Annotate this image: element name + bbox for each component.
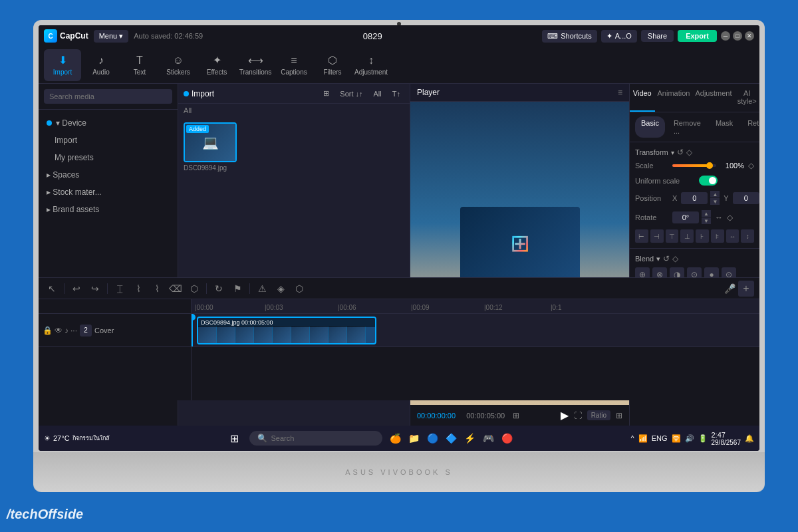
rotate-up[interactable]: ▲ bbox=[702, 210, 711, 217]
ai-button[interactable]: ✦ A...O bbox=[601, 30, 637, 43]
tab-animation[interactable]: Animation bbox=[655, 84, 693, 112]
track-menu[interactable]: ··· bbox=[70, 326, 77, 335]
nav-import[interactable]: Import bbox=[41, 132, 175, 148]
subtab-basic[interactable]: Basic bbox=[635, 116, 665, 138]
track-audio[interactable]: ♪ bbox=[65, 326, 68, 335]
rotate-input[interactable] bbox=[672, 211, 699, 223]
subtab-remove[interactable]: Remove ... bbox=[668, 116, 707, 138]
tl-split3[interactable]: ⌇ bbox=[149, 281, 165, 297]
ratio-button[interactable]: Ratio bbox=[587, 410, 610, 420]
tool-import[interactable]: ⬇ Import bbox=[44, 49, 81, 81]
sort-button[interactable]: Sort ↓↑ bbox=[336, 88, 366, 99]
tool-audio[interactable]: ♪ Audio bbox=[82, 49, 120, 81]
tl-sticker[interactable]: ⬡ bbox=[291, 281, 307, 297]
align-extra2[interactable]: ↕ bbox=[741, 229, 754, 243]
tl-delete[interactable]: ⌫ bbox=[168, 281, 184, 297]
search-media-input[interactable] bbox=[44, 89, 172, 104]
filter-options-button[interactable]: T↑ bbox=[388, 88, 404, 99]
scale-slider[interactable] bbox=[672, 164, 716, 167]
taskbar-search-box[interactable]: 🔍 bbox=[249, 431, 382, 446]
nav-brandassets[interactable]: ▸ Brand assets bbox=[41, 201, 175, 217]
tool-captions[interactable]: ≡ Captions bbox=[275, 49, 313, 81]
tool-text[interactable]: T Text bbox=[121, 49, 158, 81]
video-clip[interactable]: DSC09894.jpg 00:00:05:00 bbox=[197, 317, 376, 344]
minimize-button[interactable]: ─ bbox=[721, 31, 730, 41]
clip-frame-5 bbox=[273, 326, 291, 343]
pos-x-input[interactable] bbox=[681, 192, 708, 204]
playhead-handle[interactable] bbox=[192, 314, 196, 321]
align-center-h[interactable]: ⊣ bbox=[650, 229, 664, 243]
maximize-button[interactable]: □ bbox=[733, 31, 742, 41]
tl-redo[interactable]: ↪ bbox=[87, 281, 103, 297]
subtab-retouch[interactable]: Retouch bbox=[741, 116, 759, 138]
taskbar-icon-7[interactable]: 🔴 bbox=[499, 430, 515, 446]
all-filter-button[interactable]: All bbox=[370, 88, 386, 99]
taskbar-icon-5[interactable]: ⚡ bbox=[462, 430, 478, 446]
blend-reset[interactable]: ↺ bbox=[663, 254, 670, 263]
align-top[interactable]: ⊥ bbox=[680, 229, 694, 243]
pos-x-down[interactable]: ▼ bbox=[710, 198, 720, 205]
nav-spaces[interactable]: ▸ Spaces bbox=[41, 167, 175, 183]
export-button[interactable]: Export bbox=[678, 30, 717, 42]
tool-filters[interactable]: ⬡ Filters bbox=[314, 49, 351, 81]
tl-caution[interactable]: ⚠ bbox=[254, 281, 270, 297]
rotate-reset[interactable]: ◇ bbox=[727, 213, 733, 222]
taskbar-expand-icon[interactable]: ^ bbox=[630, 434, 634, 442]
tl-split[interactable]: ⌶ bbox=[112, 281, 128, 297]
menu-button[interactable]: Menu ▾ bbox=[94, 30, 129, 43]
play-button[interactable]: ▶ bbox=[561, 409, 569, 422]
track-lock[interactable]: 🔒 bbox=[43, 326, 53, 335]
tab-adjustment[interactable]: Adjustment bbox=[692, 84, 734, 112]
uniform-scale-toggle[interactable] bbox=[699, 176, 718, 186]
tl-color[interactable]: ◈ bbox=[273, 281, 289, 297]
tl-select[interactable]: ↖ bbox=[44, 281, 60, 297]
rotate-down[interactable]: ▼ bbox=[702, 217, 711, 224]
taskbar-search-input[interactable] bbox=[271, 434, 364, 442]
blend-extra[interactable]: ◇ bbox=[672, 254, 678, 263]
tool-stickers[interactable]: ☺ Stickers bbox=[160, 49, 197, 81]
taskbar-icon-1[interactable]: 🍊 bbox=[388, 430, 404, 446]
media-item[interactable]: 💻 Added DSC09894.jpg bbox=[184, 122, 237, 172]
taskbar-icon-4[interactable]: 🔷 bbox=[444, 430, 460, 446]
taskbar-icon-2[interactable]: 📁 bbox=[406, 430, 422, 446]
subtab-mask[interactable]: Mask bbox=[710, 116, 739, 138]
tool-effects[interactable]: ✦ Effects bbox=[198, 49, 235, 81]
nav-stockmater[interactable]: ▸ Stock mater... bbox=[41, 184, 175, 200]
share-button[interactable]: Share bbox=[641, 30, 674, 42]
align-extra1[interactable]: ↔ bbox=[726, 229, 739, 243]
playhead[interactable] bbox=[192, 314, 193, 346]
tl-rotate[interactable]: ↻ bbox=[211, 281, 227, 297]
nav-device[interactable]: ▾ Device bbox=[41, 115, 175, 131]
tl-mic[interactable]: 🎤 bbox=[724, 283, 735, 294]
shortcuts-button[interactable]: ⌨ Shortcuts bbox=[542, 30, 597, 43]
pos-y-input[interactable] bbox=[733, 192, 759, 204]
tl-shape[interactable]: ⬡ bbox=[186, 281, 202, 297]
align-bottom[interactable]: ⊧ bbox=[711, 229, 724, 243]
align-left[interactable]: ⊢ bbox=[635, 229, 648, 243]
tab-aistyle[interactable]: AI style> bbox=[734, 84, 759, 112]
tl-split2[interactable]: ⌇ bbox=[130, 281, 146, 297]
tool-transitions[interactable]: ⟷ Transitions bbox=[237, 49, 274, 81]
player-menu-icon[interactable]: ≡ bbox=[618, 88, 622, 97]
align-center-v[interactable]: ⊦ bbox=[696, 229, 709, 243]
scale-reset[interactable]: ◇ bbox=[748, 161, 754, 170]
start-button[interactable]: ⊞ bbox=[225, 429, 244, 448]
tool-adjustment[interactable]: ↕ Adjustment bbox=[352, 49, 390, 81]
transform-extra[interactable]: ◇ bbox=[686, 148, 692, 157]
tab-video[interactable]: Video bbox=[630, 84, 655, 112]
taskbar-icon-6[interactable]: 🎮 bbox=[481, 430, 497, 446]
align-right[interactable]: ⊤ bbox=[666, 229, 679, 243]
nav-mypresets[interactable]: My presets bbox=[41, 150, 175, 166]
grid-view-button[interactable]: ⊞ bbox=[319, 88, 333, 99]
fullscreen-button[interactable]: ⛶ bbox=[574, 411, 582, 420]
tl-add[interactable]: + bbox=[738, 281, 754, 297]
taskbar-notification-icon[interactable]: 🔔 bbox=[745, 434, 754, 443]
tl-freeze[interactable]: ⚑ bbox=[229, 281, 245, 297]
rotate-flip-h[interactable]: ↔ bbox=[715, 213, 723, 222]
track-eye[interactable]: 👁 bbox=[55, 326, 63, 335]
transform-reset[interactable]: ↺ bbox=[677, 148, 684, 157]
close-button[interactable]: ✕ bbox=[745, 31, 754, 41]
taskbar-icon-3[interactable]: 🔵 bbox=[425, 430, 441, 446]
tl-undo[interactable]: ↩ bbox=[68, 281, 84, 297]
pos-x-up[interactable]: ▲ bbox=[710, 191, 720, 198]
